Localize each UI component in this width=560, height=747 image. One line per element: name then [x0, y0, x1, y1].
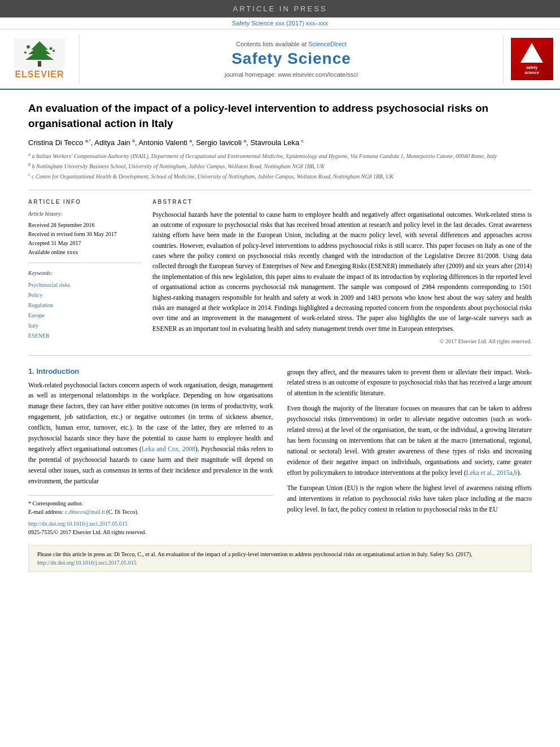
safety-science-badge: safetyscience [511, 38, 553, 80]
leka-2015-ref[interactable]: Leka et al., 2015a,b [466, 469, 518, 476]
keyword-policy[interactable]: Policy [28, 290, 141, 300]
divider-2 [28, 355, 532, 356]
doi-link[interactable]: http://dx.doi.org/10.1016/j.ssci.2017.05… [28, 521, 128, 527]
revised-date: Received in revised form 30 May 2017 [28, 230, 141, 239]
abstract-heading: ABSTRACT [152, 199, 532, 205]
elsevier-tree-icon [14, 38, 65, 69]
affiliation-a: a a Italian Workers' Compensation Author… [28, 151, 532, 160]
corresponding-note: * Corresponding author. [28, 499, 273, 508]
banner-text: ARTICLE IN PRESS [233, 5, 327, 13]
affiliation-b: b b Nottingham University Business Schoo… [28, 161, 532, 171]
author-aditya: Aditya Jain b, [94, 138, 138, 147]
abstract-text: Psychosocial hazards have the potential … [152, 209, 532, 334]
svg-point-5 [27, 45, 30, 49]
article-title: An evaluation of the impact of a policy-… [28, 101, 532, 131]
article-info-column: ARTICLE INFO Article history: Received 2… [28, 199, 141, 347]
intro-para-4: The European Union (EU) is the region wh… [287, 483, 532, 515]
badge-text: safetyscience [524, 65, 539, 75]
body-content: 1. Introduction Work-related psychosocia… [28, 367, 532, 537]
intro-left-col: 1. Introduction Work-related psychosocia… [28, 367, 273, 537]
sciencedirect-link[interactable]: ScienceDirect [308, 41, 347, 47]
keywords-block: Keywords: Psychosocial risks Policy Regu… [28, 269, 141, 341]
divider-keywords [28, 263, 141, 263]
email-note: E-mail address: c.ditecco@inail.it (C. D… [28, 508, 273, 516]
svg-point-8 [53, 50, 55, 52]
author-antonio: Antonio Valenti a, [138, 138, 196, 147]
issn-note: 0925-7535/© 2017 Elsevier Ltd. All right… [28, 528, 273, 536]
leka-cox-ref[interactable]: Leka and Cox, 2008 [142, 445, 195, 452]
available-date: Available online xxxx [28, 248, 141, 257]
svg-point-7 [24, 51, 27, 54]
author-stavroula: Stavroula Leka c [250, 138, 303, 147]
intro-right-col: groups they affect, and the measures tak… [287, 367, 532, 537]
journal-citation: Safety Science xxx (2017) xxx–xxx [232, 20, 328, 27]
authors-line: Cristina Di Tecco a,*, Aditya Jain b, An… [28, 138, 532, 146]
received-date: Received 28 September 2016 [28, 221, 141, 230]
affiliations-block: a a Italian Workers' Compensation Author… [28, 151, 532, 181]
intro-para-1: Work-related psychosocial factors concer… [28, 380, 273, 487]
keyword-esener[interactable]: ESENER [28, 331, 141, 341]
intro-para-2: groups they affect, and the measures tak… [287, 367, 532, 399]
article-info-heading: ARTICLE INFO [28, 199, 141, 205]
cite-bar-doi-link[interactable]: http://dx.doi.org/10.1016/j.ssci.2017.05… [37, 560, 137, 566]
history-label: Article history: [28, 209, 141, 219]
journal-homepage: journal homepage: www.elsevier.com/locat… [225, 71, 358, 78]
svg-rect-1 [38, 61, 41, 67]
cite-bar: Please cite this article in press as: Di… [28, 545, 532, 572]
keywords-label: Keywords: [28, 269, 141, 278]
footnote-area: * Corresponding author. E-mail address: … [28, 495, 273, 536]
divider-1 [28, 190, 532, 190]
abstract-column: ABSTRACT Psychosocial hazards have the p… [152, 199, 532, 347]
keyword-italy[interactable]: Italy [28, 321, 141, 331]
svg-point-6 [50, 47, 53, 50]
email-link[interactable]: c.ditecco@inail.it [65, 509, 105, 515]
safety-science-badge-area: safetyscience [504, 35, 560, 83]
affiliation-c: c c Centre for Organizational Health & D… [28, 172, 532, 181]
author-cristina: Cristina Di Tecco a,*, [28, 138, 94, 147]
badge-triangle [520, 43, 543, 63]
journal-citation-bar: Safety Science xxx (2017) xxx–xxx [0, 18, 560, 29]
sciencedirect-line: Contents lists available at ScienceDirec… [236, 41, 347, 47]
author-sergio: Sergio Iavicoli a, [196, 138, 250, 147]
article-info-abstract-section: ARTICLE INFO Article history: Received 2… [28, 199, 532, 347]
article-in-press-banner: ARTICLE IN PRESS [0, 0, 560, 18]
accepted-date: Accepted 31 May 2017 [28, 239, 141, 248]
elsevier-wordmark: ELSEVIER [15, 69, 64, 80]
keyword-psychosocial[interactable]: Psychosocial risks [28, 280, 141, 290]
journal-title: Safety Science [231, 50, 351, 68]
journal-top-area: ELSEVIER Contents lists available at Sci… [0, 29, 560, 90]
journal-center-info: Contents lists available at ScienceDirec… [79, 35, 504, 83]
introduction-two-col: 1. Introduction Work-related psychosocia… [28, 367, 532, 537]
introduction-title: 1. Introduction [28, 367, 273, 375]
elsevier-logo-area: ELSEVIER [0, 35, 79, 83]
copyright-line: © 2017 Elsevier Ltd. All rights reserved… [152, 338, 532, 344]
keyword-regulation[interactable]: Regulation [28, 300, 141, 311]
keywords-list: Psychosocial risks Policy Regulation Eur… [28, 280, 141, 341]
intro-para-3: Even though the majority of the literatu… [287, 403, 532, 478]
keyword-europe[interactable]: Europe [28, 311, 141, 321]
main-content-area: An evaluation of the impact of a policy-… [0, 90, 560, 583]
article-history-block: Article history: Received 28 September 2… [28, 209, 141, 257]
cite-bar-text: Please cite this article in press as: Di… [37, 551, 473, 557]
